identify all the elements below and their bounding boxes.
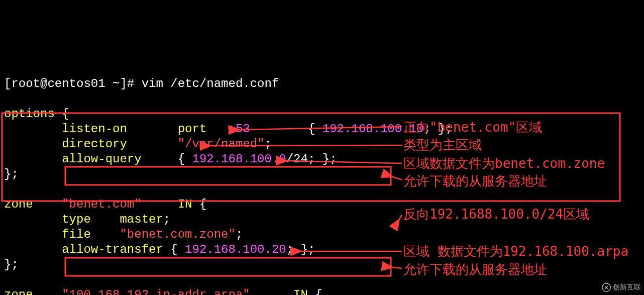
kw-options: options { [4,107,69,121]
kw-in1: IN [178,198,192,211]
annotation-7: 允许下载的从服务器地址 [403,261,547,278]
zone1-close: }; [4,258,19,271]
zone2-name: "100.168.192.in-addr.arpa" [62,288,250,295]
terminal-output: [root@centos01 ~]# vim /etc/named.conf o… [0,60,644,295]
zone1-file: "benet.com.zone" [120,228,235,241]
kw-zone2: zone [4,288,33,295]
annotation-4: 允许下载的从服务器地址 [403,173,547,189]
annotation-5: 反向192.1688.100.0/24区域 [403,206,589,223]
kw-directory: directory [62,137,127,151]
kw-in2: IN [293,288,308,295]
kw-allow-query: allow-query [62,152,141,166]
watermark-text: 创新互联 [613,283,641,292]
transfer-ip1: 192.168.100.20 [185,243,286,256]
zone1-name: "benet.com" [62,198,141,211]
allow-query-ip: 192.168.100.0 [192,152,286,166]
watermark: 创新互联 [602,283,641,292]
annotation-6: 区域 数据文件为192.168.100.arpa [403,243,628,260]
annotation-3: 区域数据文件为benet.com.zone [403,155,605,172]
options-close: }; [4,167,19,181]
kw-file1: file [62,228,91,241]
shell-command: vim /etc/named.conf [142,77,279,90]
annotation-1: 正向"benet.com"区域 [403,119,542,136]
kw-master1: master [120,213,163,226]
kw-type1: type [62,213,91,226]
kw-zone1: zone [4,198,33,211]
watermark-icon [602,283,611,292]
shell-prompt: [root@centos01 ~]# [4,77,134,90]
port-number: 53 [236,122,250,136]
kw-allow-transfer1: allow-transfer [62,243,163,256]
kw-port: port [178,122,207,136]
allow-query-mask: /24 [286,152,308,166]
directory-value: "/var/named" [178,137,265,151]
kw-listen-on: listen-on [62,122,127,136]
annotation-2: 类型为主区域 [403,137,482,153]
